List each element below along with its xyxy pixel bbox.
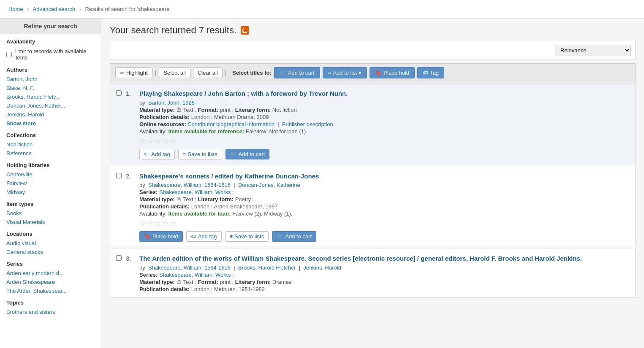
series-link-0[interactable]: Arden early modern d... — [0, 269, 101, 278]
result-author-link-3a[interactable]: Shakespeare, William, 1564-1616 — [148, 264, 231, 271]
authors-show-more[interactable]: Show more — [0, 119, 101, 128]
place-hold-label-2: Place hold — [152, 233, 178, 240]
select-all-button[interactable]: Select all — [159, 67, 190, 78]
result-meta-material-1: Material type: 🖹 Text ; Format: print ; … — [139, 107, 629, 113]
availability-section-title: Availability — [0, 34, 101, 46]
highlight-button[interactable]: ✏ Highlight — [115, 67, 152, 78]
save-to-lists-button-2[interactable]: ≡ Save to lists — [225, 231, 269, 242]
online-label-1: Online resources: — [139, 121, 186, 127]
pub-label-1: Publication details: — [139, 114, 190, 120]
breadcrumb-sep1: › — [27, 6, 29, 12]
toolbar-sep1: | — [155, 70, 157, 76]
add-to-cart-button-2[interactable]: 🛒 Add to cart — [272, 231, 316, 242]
format-label-3: Format: — [198, 279, 218, 285]
result-author-link-3c[interactable]: Jenkins, Harold — [303, 264, 341, 271]
add-tag-label-2: Add tag — [198, 233, 217, 240]
result-author-link-1[interactable]: Barton, John, 1928- — [148, 100, 196, 106]
star-2-4[interactable]: ☆ — [162, 219, 169, 228]
add-tag-button-1[interactable]: 🏷 Add tag — [139, 149, 175, 159]
select-all-label: Select all — [163, 70, 186, 76]
result-stars-1[interactable]: ☆ ☆ ☆ ☆ ☆ — [139, 136, 629, 146]
avail-detail-2: Fairview (2). Midway (1). — [232, 210, 292, 217]
toolbar-tag-button[interactable]: 🏷 Tag — [417, 67, 444, 78]
result-checkbox-1[interactable] — [116, 89, 122, 159]
result-meta-pub-3: Publication details: London : Methuen, 1… — [139, 286, 629, 292]
library-link-2[interactable]: Midway — [0, 188, 101, 197]
result-author-link-2a[interactable]: Shakespeare, William, 1564-1616 — [148, 182, 231, 188]
literary-form-value-3: Dramas — [272, 279, 292, 285]
result-content-1: Playing Shakespeare / John Barton ; with… — [139, 89, 629, 159]
star-1-3[interactable]: ☆ — [155, 136, 161, 146]
rss-icon[interactable] — [241, 26, 249, 35]
item-type-link-0[interactable]: Books — [0, 209, 101, 218]
collections-section-title: Collections — [0, 128, 101, 140]
material-type-label-3: Material type: — [139, 279, 175, 285]
result-stars-2[interactable]: ☆ ☆ ☆ ☆ ☆ — [139, 219, 629, 228]
result-author-link-3b[interactable]: Brooks, Harold Fletcher — [238, 264, 296, 271]
result-title-1[interactable]: Playing Shakespeare / John Barton ; with… — [139, 89, 629, 98]
material-value-3: Text — [183, 279, 193, 285]
add-to-cart-button-1[interactable]: 🛒 Add to cart — [226, 149, 270, 159]
result-title-3[interactable]: The Arden edition of the works of Willia… — [139, 254, 629, 263]
location-link-0[interactable]: Audio visual — [0, 239, 101, 248]
author-link-1[interactable]: Blake, N. F. — [0, 84, 101, 92]
limit-availability-label: Limit to records with available items — [14, 48, 95, 61]
online-link-1b[interactable]: Publisher description — [282, 121, 333, 127]
holding-libraries-section-title: Holding libraries — [0, 158, 101, 170]
series-link-result-3[interactable]: Shakespeare, William, Works — [159, 272, 231, 278]
library-link-0[interactable]: Centerville — [0, 170, 101, 179]
toolbar-add-to-list-label: Add to list — [333, 70, 357, 76]
save-to-lists-button-1[interactable]: ≡ Save to lists — [178, 149, 222, 159]
item-type-link-1[interactable]: Visual Materials — [0, 218, 101, 227]
sidebar: Refine your search Availability Limit to… — [0, 19, 101, 348]
result-checkbox-input-1[interactable] — [116, 90, 122, 96]
result-author-link-2b[interactable]: Duncan-Jones, Katherine — [238, 182, 300, 188]
star-2-5[interactable]: ☆ — [170, 219, 177, 228]
result-actions-2: 🔖 Place hold 🏷 Add tag ≡ Save to lists 🛒… — [139, 231, 629, 242]
online-link-1a[interactable]: Contributor biographical information — [187, 121, 274, 127]
star-2-1[interactable]: ☆ — [139, 219, 146, 228]
result-checkbox-input-2[interactable] — [116, 173, 122, 178]
breadcrumb-advanced-search[interactable]: Advanced search — [33, 6, 75, 12]
result-item-1: 1. Playing Shakespeare / John Barton ; w… — [110, 83, 636, 164]
result-checkbox-input-3[interactable] — [116, 255, 122, 261]
limit-availability-input[interactable] — [6, 52, 12, 57]
toolbar-add-to-cart-button[interactable]: 🛒 Add to cart — [274, 67, 320, 78]
by-label-2: by — [139, 182, 145, 188]
pencil-icon: ✏ — [120, 70, 125, 76]
star-2-2[interactable]: ☆ — [147, 219, 154, 228]
series-link-1[interactable]: Arden Shakespeare — [0, 278, 101, 286]
pub-value-3: London : Methuen, 1951-1982 — [191, 286, 265, 292]
result-checkbox-3[interactable] — [116, 254, 122, 293]
author-link-4[interactable]: Jenkins, Harold — [0, 110, 101, 119]
collection-link-0[interactable]: Non-fiction — [0, 140, 101, 149]
star-1-5[interactable]: ☆ — [170, 136, 177, 146]
toolbar-place-hold-button[interactable]: 🔖 Place hold — [370, 67, 415, 78]
limit-availability-checkbox[interactable]: Limit to records with available items — [0, 46, 101, 62]
author-link-2[interactable]: Brooks, Harold Fletc... — [0, 92, 101, 101]
location-link-1[interactable]: General stacks — [0, 248, 101, 256]
clear-all-button[interactable]: Clear all — [193, 67, 223, 78]
item-types-section-title: Item types — [0, 197, 101, 209]
series-link-2[interactable]: The Arden Shakespear... — [0, 286, 101, 295]
star-2-3[interactable]: ☆ — [155, 219, 161, 228]
author-link-3[interactable]: Duncan-Jones, Kather... — [0, 101, 101, 110]
result-checkbox-2[interactable] — [116, 172, 122, 242]
sort-select[interactable]: Relevance Author Title Date (newest) Dat… — [555, 45, 631, 56]
breadcrumb-home[interactable]: Home — [8, 6, 23, 12]
breadcrumb-sep2: › — [79, 6, 81, 12]
place-hold-button-2[interactable]: 🔖 Place hold — [139, 231, 183, 242]
star-1-4[interactable]: ☆ — [162, 136, 169, 146]
cart-icon-2: 🛒 — [277, 233, 283, 240]
star-1-2[interactable]: ☆ — [147, 136, 154, 146]
collection-link-1[interactable]: Reference — [0, 149, 101, 158]
library-link-1[interactable]: Fairview — [0, 179, 101, 188]
result-title-2[interactable]: Shakespeare's sonnets / edited by Kather… — [139, 172, 629, 181]
star-1-1[interactable]: ☆ — [139, 136, 146, 146]
add-tag-button-2[interactable]: 🏷 Add tag — [186, 231, 222, 242]
result-number-1: 1. — [126, 89, 135, 159]
toolbar-add-to-list-button[interactable]: ≡ Add to list ▾ — [323, 67, 367, 78]
author-link-0[interactable]: Barton, John — [0, 75, 101, 84]
topic-link-0[interactable]: Brothers and sisters — [0, 308, 101, 316]
series-link-result-2[interactable]: Shakespeare, William, Works — [159, 189, 231, 195]
